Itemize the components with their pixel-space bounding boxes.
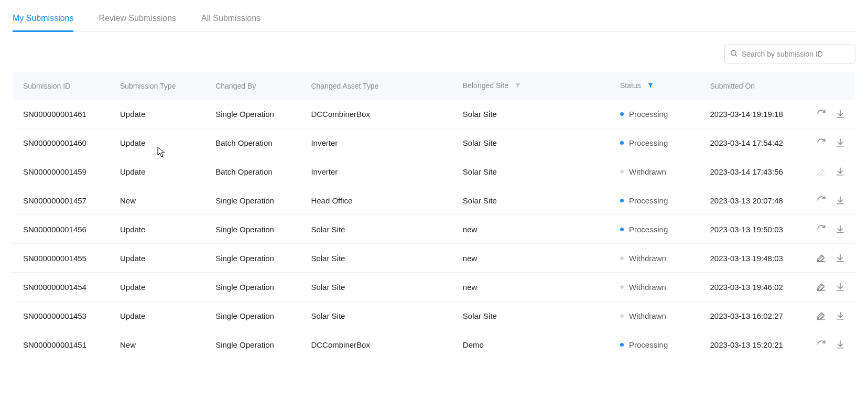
tab-review-submissions[interactable]: Review Submissions [99, 6, 176, 32]
cell-changed-asset-type: Solar Site [305, 273, 456, 301]
cell-belonged-site: new [457, 244, 614, 273]
redo-icon[interactable] [817, 196, 826, 205]
cell-changed-by: Single Operation [209, 244, 305, 273]
col-header-label: Changed Asset Type [311, 82, 378, 90]
cell-status: Withdrawn [614, 273, 704, 301]
status-label: Withdrawn [629, 311, 666, 320]
cell-submission-type: Update [114, 215, 209, 244]
download-icon[interactable] [836, 253, 845, 263]
status-label: Processing [629, 196, 668, 205]
table-row: SN000000001454UpdateSingle OperationSola… [13, 273, 855, 301]
cell-belonged-site: Solar Site [457, 186, 614, 215]
cell-changed-asset-type: Solar Site [305, 244, 456, 273]
cell-actions [805, 215, 855, 244]
cell-submission-id: SN000000001461 [13, 100, 114, 128]
col-header-submitted-on[interactable]: Submitted On [704, 72, 805, 100]
status-label: Withdrawn [629, 283, 666, 292]
download-icon[interactable] [836, 311, 845, 320]
cell-submitted-on: 2023-03-14 17:43:56 [704, 157, 805, 186]
search-input[interactable] [724, 45, 855, 63]
col-header-label: Submission Type [120, 82, 176, 90]
col-header-belonged-site[interactable]: Belonged Site [457, 72, 614, 100]
redo-icon[interactable] [817, 340, 826, 349]
cell-changed-by: Batch Operation [209, 157, 305, 186]
cell-submitted-on: 2023-03-13 19:46:02 [704, 273, 805, 301]
cell-actions [805, 244, 855, 273]
col-header-label: Submitted On [710, 82, 755, 90]
status-label: Processing [629, 110, 668, 119]
cell-status: Processing [614, 186, 704, 215]
edit-icon[interactable] [817, 282, 826, 292]
table-row: SN000000001451NewSingle OperationDCCombi… [13, 330, 855, 359]
cell-changed-by: Single Operation [209, 273, 305, 301]
cell-submission-type: Update [114, 100, 209, 128]
redo-icon[interactable] [817, 224, 826, 234]
cell-changed-by: Single Operation [209, 215, 305, 244]
download-icon[interactable] [836, 224, 845, 234]
cell-belonged-site: new [457, 273, 614, 301]
tab-all-submissions[interactable]: All Submissions [201, 6, 261, 32]
redo-icon[interactable] [817, 109, 826, 119]
col-header-status[interactable]: Status [614, 72, 704, 100]
cell-actions [805, 128, 855, 157]
cell-changed-asset-type: Inverter [305, 157, 456, 186]
download-icon[interactable] [836, 340, 845, 349]
download-icon[interactable] [836, 167, 845, 176]
cell-belonged-site: Solar Site [457, 157, 614, 186]
download-icon[interactable] [836, 138, 845, 147]
cell-status: Processing [614, 215, 704, 244]
status-dot-icon [620, 256, 624, 260]
col-header-label: Status [620, 81, 641, 90]
cell-changed-by: Single Operation [209, 100, 305, 128]
filter-icon[interactable] [647, 82, 654, 90]
edit-icon[interactable] [817, 253, 826, 263]
col-header-changed-asset-type[interactable]: Changed Asset Type [305, 72, 456, 100]
col-header-changed-by[interactable]: Changed By [209, 72, 305, 100]
edit-icon [817, 167, 826, 176]
cell-status: Processing [614, 100, 704, 128]
cell-submission-type: Update [114, 128, 209, 157]
tab-my-submissions[interactable]: My Submissions [13, 6, 73, 32]
table-body: SN000000001461UpdateSingle OperationDCCo… [13, 100, 855, 359]
table-row: SN000000001461UpdateSingle OperationDCCo… [13, 100, 855, 128]
col-header-actions [805, 72, 855, 100]
cell-actions [805, 273, 855, 301]
cell-status: Processing [614, 330, 704, 359]
col-header-submission-type[interactable]: Submission Type [114, 72, 209, 100]
status-dot-icon [620, 199, 624, 202]
download-icon[interactable] [836, 109, 845, 119]
filter-icon[interactable] [515, 82, 521, 90]
table-header-row: Submission ID Submission Type Changed By… [13, 72, 855, 100]
cell-submission-type: Update [114, 244, 209, 273]
toolbar [13, 45, 855, 63]
cell-status: Withdrawn [614, 157, 704, 186]
cell-changed-by: Single Operation [209, 330, 305, 359]
cell-changed-asset-type: Inverter [305, 128, 456, 157]
cell-submission-id: SN000000001457 [13, 186, 114, 215]
cell-actions [805, 330, 855, 359]
download-icon[interactable] [836, 196, 845, 205]
cell-submission-type: New [114, 186, 209, 215]
cell-actions [805, 157, 855, 186]
table-row: SN000000001453UpdateSingle OperationSola… [13, 301, 855, 330]
cell-submission-id: SN000000001456 [13, 215, 114, 244]
cell-status: Withdrawn [614, 244, 704, 273]
status-dot-icon [620, 314, 624, 318]
cell-submitted-on: 2023-03-13 15:20:21 [704, 330, 805, 359]
redo-icon[interactable] [817, 138, 826, 147]
cell-changed-asset-type: DCCombinerBox [305, 330, 456, 359]
status-dot-icon [620, 343, 624, 347]
download-icon[interactable] [836, 282, 845, 292]
cell-submission-id: SN000000001460 [13, 128, 114, 157]
cell-belonged-site: Solar Site [457, 100, 614, 128]
col-header-submission-id[interactable]: Submission ID [13, 72, 114, 100]
edit-icon[interactable] [817, 311, 826, 320]
cell-submitted-on: 2023-03-14 17:54:42 [704, 128, 805, 157]
page-container: My SubmissionsReview SubmissionsAll Subm… [0, 0, 868, 372]
submissions-table: Submission ID Submission Type Changed By… [13, 72, 855, 359]
cell-changed-asset-type: Head Office [305, 186, 456, 215]
cell-submission-type: Update [114, 273, 209, 301]
cell-changed-by: Single Operation [209, 186, 305, 215]
cell-actions [805, 301, 855, 330]
cell-status: Withdrawn [614, 301, 704, 330]
